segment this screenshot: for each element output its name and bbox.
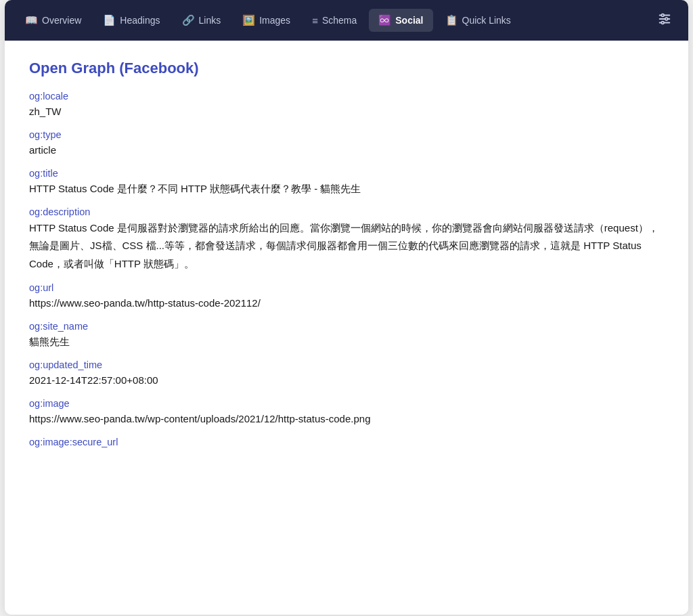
links-icon: 🔗 <box>182 14 195 26</box>
og-value-3: HTTP Status Code 是伺服器對於瀏覽器的請求所給出的回應。當你瀏覽… <box>29 219 664 273</box>
og-item-7: og:imagehttps://www.seo-panda.tw/wp-cont… <box>29 398 664 427</box>
og-label-3: og:description <box>29 206 664 217</box>
nav-item-links[interactable]: 🔗Links <box>173 9 231 32</box>
nav-item-schema[interactable]: ≡Schema <box>303 9 366 32</box>
og-item-1: og:typearticle <box>29 129 664 158</box>
og-value-1: article <box>29 142 664 158</box>
nav-label-social: Social <box>395 15 423 26</box>
og-label-4: og:url <box>29 282 664 293</box>
app-wrapper: 📖Overview📄Headings🔗Links🖼️Images≡Schema♾… <box>5 0 688 615</box>
og-value-5: 貓熊先生 <box>29 334 664 350</box>
headings-icon: 📄 <box>103 14 116 26</box>
og-value-7: https://www.seo-panda.tw/wp-content/uplo… <box>29 411 664 427</box>
og-label-6: og:updated_time <box>29 359 664 370</box>
og-value-0: zh_TW <box>29 104 664 120</box>
nav-label-headings: Headings <box>120 15 160 26</box>
og-value-6: 2021-12-14T22:57:00+08:00 <box>29 372 664 389</box>
nav-label-images: Images <box>259 15 290 26</box>
og-label-2: og:title <box>29 168 664 179</box>
og-label-0: og:locale <box>29 91 664 102</box>
og-label-8: og:image:secure_url <box>29 437 664 447</box>
nav-label-quicklinks: Quick Links <box>462 15 511 26</box>
svg-point-3 <box>661 14 664 16</box>
svg-point-5 <box>661 21 664 24</box>
nav-item-overview[interactable]: 📖Overview <box>16 9 91 32</box>
section-title: Open Graph (Facebook) <box>29 60 664 77</box>
og-item-0: og:localezh_TW <box>29 91 664 120</box>
og-item-5: og:site_name貓熊先生 <box>29 321 664 350</box>
og-list: og:localezh_TWog:typearticleog:titleHTTP… <box>29 91 664 447</box>
og-item-4: og:urlhttps://www.seo-panda.tw/http-stat… <box>29 282 664 311</box>
og-label-7: og:image <box>29 398 664 409</box>
og-item-2: og:titleHTTP Status Code 是什麼？不同 HTTP 狀態碼… <box>29 168 664 197</box>
images-icon: 🖼️ <box>242 14 255 26</box>
og-value-2: HTTP Status Code 是什麼？不同 HTTP 狀態碼代表什麼？教學 … <box>29 181 664 197</box>
schema-icon: ≡ <box>312 15 318 26</box>
nav-label-overview: Overview <box>42 15 81 26</box>
settings-icon[interactable] <box>652 6 677 35</box>
og-item-8: og:image:secure_url <box>29 437 664 447</box>
og-label-1: og:type <box>29 129 664 140</box>
og-item-3: og:descriptionHTTP Status Code 是伺服器對於瀏覽器… <box>29 206 664 273</box>
og-item-6: og:updated_time2021-12-14T22:57:00+08:00 <box>29 359 664 389</box>
nav-item-images[interactable]: 🖼️Images <box>233 9 300 32</box>
nav-item-social[interactable]: ♾️Social <box>369 9 432 32</box>
nav-item-headings[interactable]: 📄Headings <box>93 9 169 32</box>
overview-icon: 📖 <box>25 14 38 26</box>
nav-item-quicklinks[interactable]: 📋Quick Links <box>436 9 520 32</box>
nav-label-schema: Schema <box>322 15 357 26</box>
og-label-5: og:site_name <box>29 321 664 332</box>
nav-bar: 📖Overview📄Headings🔗Links🖼️Images≡Schema♾… <box>5 0 688 41</box>
og-value-4: https://www.seo-panda.tw/http-status-cod… <box>29 295 664 311</box>
svg-point-4 <box>665 18 668 20</box>
nav-label-links: Links <box>199 15 221 26</box>
quicklinks-icon: 📋 <box>445 14 458 26</box>
content-area: Open Graph (Facebook) og:localezh_TWog:t… <box>5 41 688 615</box>
social-icon: ♾️ <box>378 14 391 26</box>
